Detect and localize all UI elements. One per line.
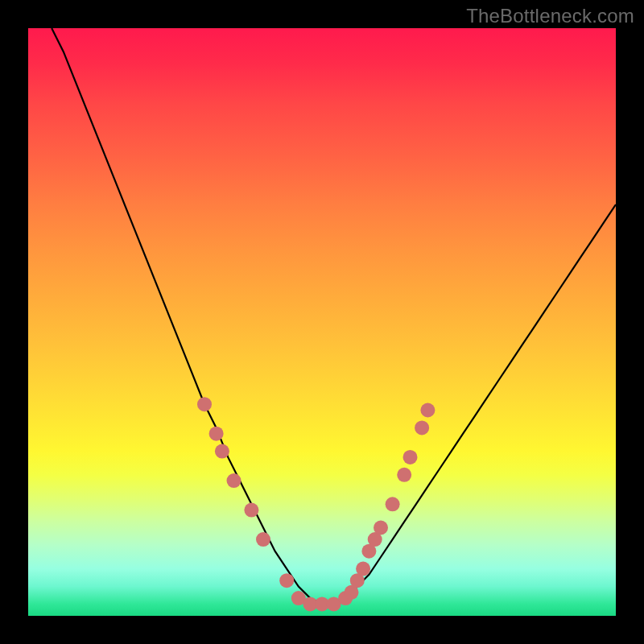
highlight-point [386,497,400,511]
highlighted-points-group [197,397,435,611]
highlight-point [415,420,429,435]
chart-svg [28,28,616,616]
watermark-text: TheBottleneck.com [466,5,634,27]
highlight-point [279,573,294,588]
highlight-point [374,521,388,535]
bottleneck-curve [52,28,616,604]
highlight-point [197,397,212,411]
highlight-point [256,532,270,547]
highlight-point [356,562,370,576]
highlight-point [397,468,411,482]
highlight-point [244,503,258,518]
highlight-point [227,473,242,488]
outer-frame: TheBottleneck.com [0,0,644,644]
highlight-point [403,450,418,464]
highlight-point [209,427,224,441]
highlight-point [215,444,229,459]
highlight-point [420,403,435,418]
